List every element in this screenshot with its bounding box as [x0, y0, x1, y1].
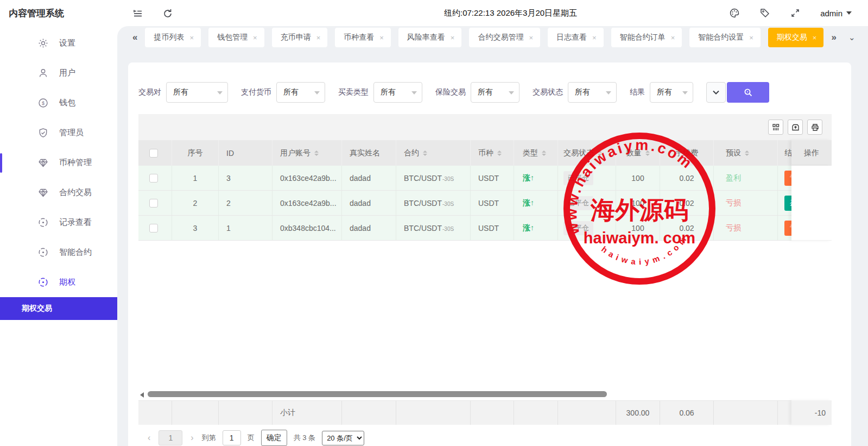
- page-number-button[interactable]: 1: [159, 430, 182, 445]
- sidebar-item-contract-trade[interactable]: 合约交易: [0, 178, 117, 208]
- dollar-circle-icon: $: [38, 98, 48, 108]
- user-menu[interactable]: admin: [820, 9, 852, 18]
- sidebar-item-records[interactable]: 记录查看: [0, 208, 117, 237]
- row-checkbox[interactable]: [149, 174, 158, 183]
- col-status[interactable]: 交易状态: [558, 140, 616, 166]
- tab-withdraw-list[interactable]: 提币列表×: [145, 28, 201, 47]
- tab-options-trade[interactable]: 期权交易×: [768, 28, 824, 47]
- sidebar-item-smart-contract[interactable]: 智能合约: [0, 237, 117, 267]
- sort-icon[interactable]: [598, 150, 602, 156]
- col-realname[interactable]: 真实姓名: [342, 140, 396, 166]
- fullscreen-icon[interactable]: [790, 8, 801, 18]
- operation-cells: [791, 166, 832, 241]
- col-type[interactable]: 类型: [514, 140, 558, 166]
- result-badge-button[interactable]: 亏损: [784, 221, 791, 236]
- tab-contract-trade-manage[interactable]: 合约交易管理×: [469, 28, 540, 47]
- columns-setting-button[interactable]: [768, 120, 783, 135]
- sidebar-subitem-options-trade[interactable]: 期权交易: [0, 297, 117, 320]
- tab-smart-contract-orders[interactable]: 智能合约订单×: [611, 28, 682, 47]
- confirm-button[interactable]: 确定: [261, 430, 287, 446]
- caret-down-icon: [509, 91, 514, 95]
- sort-icon[interactable]: [645, 150, 650, 156]
- close-icon[interactable]: ×: [451, 34, 455, 42]
- filter-buy-sell-type-select[interactable]: 所有: [373, 82, 422, 103]
- scrollbar-thumb[interactable]: [148, 391, 607, 397]
- tabs-scroll-left-icon[interactable]: «: [132, 32, 137, 43]
- tab-risk-view[interactable]: 风险率查看×: [398, 28, 462, 47]
- goto-page-input[interactable]: [223, 430, 241, 445]
- sidebar-item-users[interactable]: 用户: [0, 58, 117, 88]
- tab-deposit-apply[interactable]: 充币申请×: [272, 28, 328, 47]
- row-checkbox[interactable]: [149, 224, 158, 233]
- gem-icon: [38, 158, 48, 168]
- filter-insurance-select[interactable]: 所有: [471, 82, 519, 103]
- prev-page-icon[interactable]: ‹: [146, 433, 152, 443]
- col-quantity[interactable]: 数量: [616, 140, 660, 166]
- status-badge: 已平仓: [563, 196, 593, 210]
- sort-icon[interactable]: [314, 150, 319, 156]
- col-account[interactable]: 用户账号: [273, 140, 342, 166]
- filter-expand-button[interactable]: [706, 82, 726, 103]
- tag-icon[interactable]: [759, 8, 770, 18]
- cell-id: 3: [219, 166, 273, 190]
- col-id[interactable]: ID: [219, 140, 273, 166]
- sidebar-item-admins[interactable]: 管理员: [0, 118, 117, 148]
- export-button[interactable]: [788, 120, 803, 135]
- col-contract[interactable]: 合约: [396, 140, 471, 166]
- close-icon[interactable]: ×: [529, 34, 533, 42]
- palette-icon[interactable]: [729, 8, 740, 18]
- col-preset[interactable]: 预设: [714, 140, 778, 166]
- tab-wallet-manage[interactable]: 钱包管理×: [208, 28, 264, 47]
- result-badge-button[interactable]: 亏损: [784, 171, 791, 186]
- close-icon[interactable]: ×: [253, 34, 257, 42]
- close-icon[interactable]: ×: [749, 34, 753, 42]
- col-result[interactable]: 结果: [778, 140, 791, 166]
- table-row[interactable]: 1 3 0x163ce42a9b... dadad BTC/USDT-30S U…: [138, 166, 791, 191]
- row-checkbox[interactable]: [149, 199, 158, 208]
- sort-icon[interactable]: [497, 150, 502, 156]
- filter-result-select[interactable]: 所有: [650, 82, 693, 103]
- select-all-checkbox[interactable]: [149, 149, 158, 158]
- tabs-menu-chevron-icon[interactable]: ⌄: [848, 33, 856, 42]
- result-badge-button[interactable]: 盈利: [784, 196, 791, 211]
- filter-pay-currency-select[interactable]: 所有: [276, 82, 325, 103]
- close-icon[interactable]: ×: [813, 34, 817, 42]
- table-row[interactable]: 2 2 0x163ce42a9b... dadad BTC/USDT-30S U…: [138, 191, 791, 216]
- close-icon[interactable]: ×: [189, 34, 194, 42]
- tab-smart-contract-settings[interactable]: 智能合约设置×: [689, 28, 761, 47]
- print-button[interactable]: [807, 120, 822, 135]
- sidebar-item-settings[interactable]: 设置: [0, 28, 117, 58]
- sort-icon[interactable]: [423, 150, 427, 156]
- tab-log-view[interactable]: 日志查看×: [548, 28, 604, 47]
- filter-trade-status-select[interactable]: 所有: [568, 82, 617, 103]
- filter-pair-select[interactable]: 所有: [166, 82, 228, 103]
- filter-label: 交易对: [138, 87, 161, 97]
- close-icon[interactable]: ×: [592, 34, 597, 42]
- col-coin[interactable]: 币种: [471, 140, 514, 166]
- col-fee[interactable]: 手续费: [660, 140, 714, 166]
- sidebar-item-options[interactable]: 期权: [0, 267, 117, 297]
- disc-icon: [38, 217, 48, 228]
- next-page-icon[interactable]: ›: [189, 433, 195, 443]
- sidebar-item-label: 钱包: [59, 98, 75, 108]
- cell-fee: 0.02: [660, 166, 714, 190]
- tab-coin-view[interactable]: 币种查看×: [335, 28, 391, 47]
- close-icon[interactable]: ×: [379, 34, 384, 42]
- sort-icon[interactable]: [745, 150, 749, 156]
- menu-collapse-icon[interactable]: [132, 8, 143, 19]
- table-row[interactable]: 3 1 0xb348cbc104... dadad BTC/USDT-30S U…: [138, 216, 791, 241]
- search-button[interactable]: [727, 82, 769, 103]
- refresh-icon[interactable]: [162, 8, 173, 19]
- page-size-select[interactable]: 20 条/页: [322, 431, 364, 445]
- close-icon[interactable]: ×: [316, 34, 321, 42]
- sidebar-item-coins[interactable]: 币种管理: [0, 148, 117, 178]
- tabs-scroll-right-icon[interactable]: »: [831, 32, 836, 43]
- col-seq[interactable]: 序号: [172, 140, 219, 166]
- close-icon[interactable]: ×: [671, 34, 675, 42]
- sidebar-item-wallet[interactable]: $ 钱包: [0, 88, 117, 118]
- sort-icon[interactable]: [542, 150, 546, 156]
- horizontal-scrollbar[interactable]: [138, 390, 791, 399]
- sidebar-scrollbar-thumb[interactable]: [0, 153, 2, 173]
- cell-seq: 2: [172, 191, 219, 215]
- scroll-left-arrow-icon[interactable]: [140, 392, 144, 398]
